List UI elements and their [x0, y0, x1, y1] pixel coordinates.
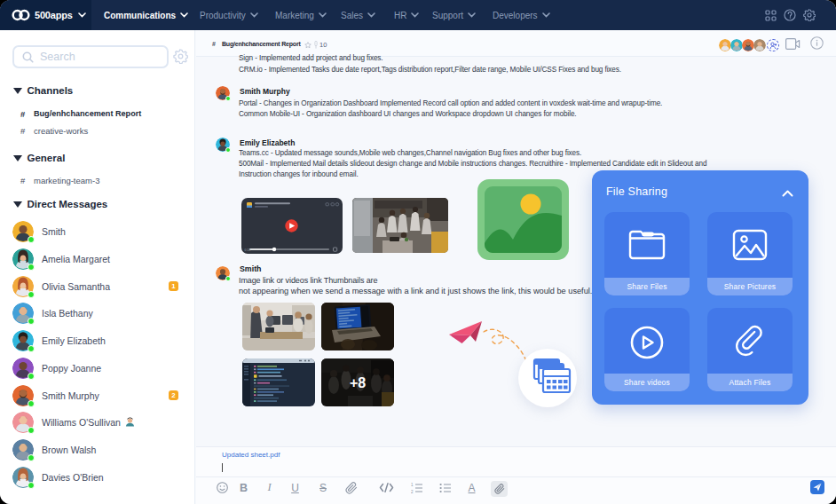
svg-text:1: 1 — [411, 483, 414, 487]
svg-text:0:18: 0:18 — [245, 248, 251, 252]
svg-text:+8: +8 — [350, 375, 366, 390]
svg-text:2: 2 — [411, 489, 414, 492]
